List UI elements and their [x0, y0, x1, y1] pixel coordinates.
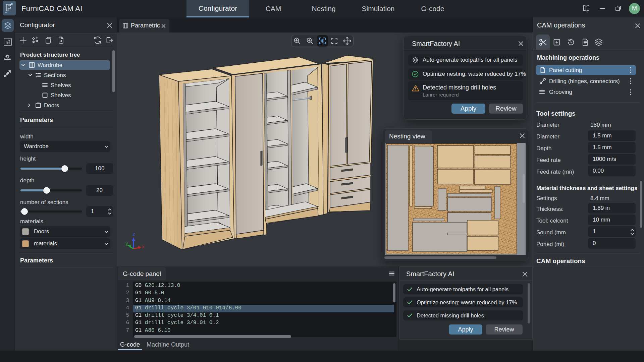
- svg-text:x: x: [142, 244, 145, 249]
- svg-text:n: n: [6, 40, 8, 45]
- svg-text:y: y: [125, 240, 128, 246]
- svg-text:z: z: [132, 231, 135, 237]
- svg-text:5: 5: [8, 42, 10, 45]
